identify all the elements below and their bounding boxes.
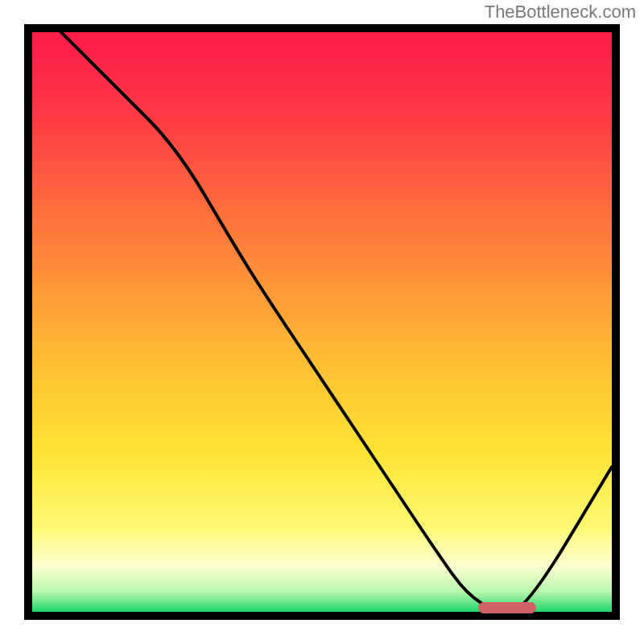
plot-area xyxy=(32,32,612,612)
optimal-range-marker xyxy=(478,602,536,613)
plot-frame xyxy=(24,24,620,620)
chart-container: TheBottleneck.com xyxy=(0,0,644,644)
bottleneck-curve xyxy=(32,32,612,612)
watermark-text: TheBottleneck.com xyxy=(485,2,636,23)
